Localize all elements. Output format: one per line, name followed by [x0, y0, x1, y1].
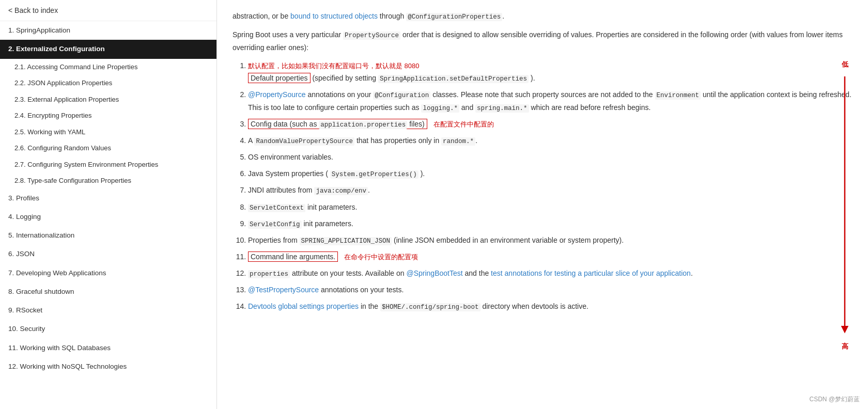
list-item: @PropertySource annotations on your @Con…: [248, 89, 853, 114]
list-item: Config data (such as application.propert…: [248, 118, 853, 131]
config-data-boxed: Config data (such as application.propert…: [248, 119, 427, 129]
propertysource-link[interactable]: @PropertySource: [248, 90, 305, 99]
list-item: ServletContext init parameters.: [248, 201, 853, 214]
sidebar-item-json[interactable]: 6. JSON: [0, 245, 216, 263]
intro-code: @ConfigurationProperties: [406, 13, 502, 21]
para2-text: Spring Boot uses a very particular: [233, 30, 343, 39]
bound-link[interactable]: bound to structured objects: [290, 12, 378, 20]
sidebar-item-i18n[interactable]: 5. Internationalization: [0, 226, 216, 245]
cmd-annotation: 在命令行中设置的配置项: [344, 253, 418, 261]
list-item: A RandomValuePropertySource that has pro…: [248, 135, 853, 147]
sidebar-subitem-2-2[interactable]: 2.2. JSON Application Properties: [0, 75, 216, 91]
set-default-code: SpringApplication.setDefaultProperties: [378, 75, 529, 83]
sidebar-item-web-apps[interactable]: 7. Developing Web Applications: [0, 264, 216, 282]
list-item: 默认配置，比如如果我们没有配置端口号，默认就是 8080 Default pro…: [248, 60, 853, 85]
sidebar: Back to index 1. SpringApplication2. Ext…: [0, 0, 217, 409]
springboottest-link[interactable]: @SpringBootTest: [406, 269, 462, 277]
list-item: Java System properties ( System.getPrope…: [248, 168, 853, 180]
sidebar-item-security[interactable]: 10. Security: [0, 320, 216, 338]
sidebar-item-externalized-config[interactable]: 2. Externalized Configuration: [0, 40, 216, 58]
list-item: OS environment variables.: [248, 151, 853, 164]
propertysource-code: PropertySource: [343, 32, 400, 40]
intro-text-1: abstraction, or be: [233, 12, 290, 20]
sidebar-item-rsocket[interactable]: 9. RSocket: [0, 301, 216, 320]
test-property-source-link[interactable]: @TestPropertySource: [248, 286, 319, 294]
back-to-index-link[interactable]: Back to index: [0, 0, 216, 21]
cmd-args-boxed: Command line arguments.: [248, 251, 338, 262]
list-item: Devtools global settings properties in t…: [248, 301, 853, 313]
sidebar-subitem-2-3[interactable]: 2.3. External Application Properties: [0, 91, 216, 108]
main-content: abstraction, or be bound to structured o…: [217, 0, 868, 409]
list-item: properties attribute on your tests. Avai…: [248, 268, 853, 280]
intro-text-3: .: [502, 12, 504, 20]
sidebar-subitem-2-4[interactable]: 2.4. Encrypting Properties: [0, 107, 216, 124]
list-item: Command line arguments. 在命令行中设置的配置项: [248, 251, 853, 263]
list-item: @TestPropertySource annotations on your …: [248, 284, 853, 296]
devtools-link[interactable]: Devtools global settings properties: [248, 302, 359, 310]
test-annotations-link[interactable]: test annotations for testing a particula…: [491, 269, 691, 277]
config-annotation: 在配置文件中配置的: [433, 120, 494, 128]
sidebar-subitem-2-7[interactable]: 2.7. Configuring System Environment Prop…: [0, 156, 216, 173]
sidebar-subitem-2-1[interactable]: 2.1. Accessing Command Line Properties: [0, 59, 216, 75]
content-with-annotations: 低 高 默认配置，比如如果我们没有配置端口号，默认就是 8080 Default…: [233, 60, 853, 313]
property-source-list: 默认配置，比如如果我们没有配置端口号，默认就是 8080 Default pro…: [248, 60, 853, 313]
sidebar-item-logging[interactable]: 4. Logging: [0, 208, 216, 226]
high-label: 高: [842, 342, 848, 351]
sidebar-subitem-2-6[interactable]: 2.6. Configuring Random Values: [0, 140, 216, 156]
sidebar-item-spring-application[interactable]: 1. SpringApplication: [0, 21, 216, 40]
list-item: JNDI attributes from java:comp/env.: [248, 184, 853, 197]
intro-text-2: through: [378, 12, 406, 20]
intro-paragraph: abstraction, or be bound to structured o…: [233, 10, 853, 23]
watermark: CSDN @梦幻蔚蓝: [809, 395, 860, 404]
sidebar-item-graceful-shutdown[interactable]: 8. Graceful shutdown: [0, 282, 216, 301]
sidebar-subitem-2-5[interactable]: 2.5. Working with YAML: [0, 124, 216, 140]
sidebar-subitem-2-8[interactable]: 2.8. Type-safe Configuration Properties: [0, 172, 216, 189]
list-item: Properties from SPRING_APPLICATION_JSON …: [248, 234, 853, 247]
default-annotation: 默认配置，比如如果我们没有配置端口号，默认就是 8080: [248, 62, 420, 70]
default-properties-boxed: Default properties: [248, 73, 311, 83]
sidebar-item-profiles[interactable]: 3. Profiles: [0, 189, 216, 208]
list-item: ServletConfig init parameters.: [248, 218, 853, 230]
sidebar-item-nosql[interactable]: 12. Working with NoSQL Technologies: [0, 357, 216, 376]
sidebar-item-sql[interactable]: 11. Working with SQL Databases: [0, 339, 216, 357]
para2: Spring Boot uses a very particular Prope…: [233, 29, 853, 54]
